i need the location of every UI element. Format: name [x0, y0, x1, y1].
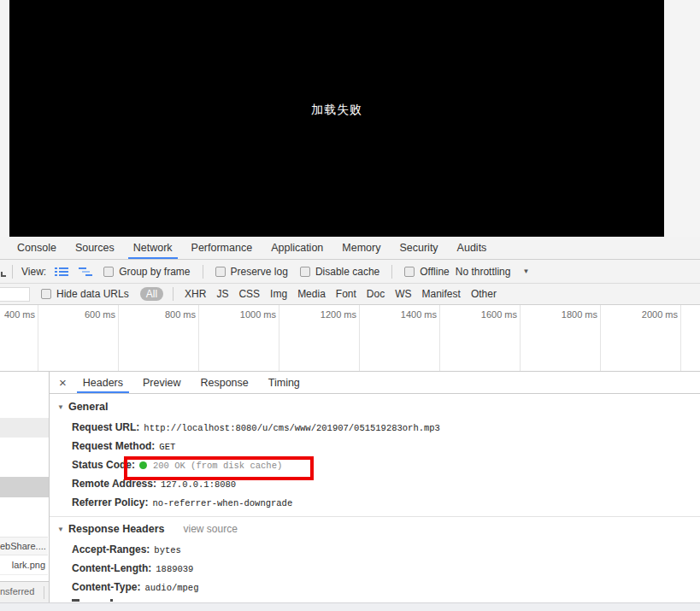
status-ok-dot: [139, 461, 147, 469]
disable-cache-checkbox[interactable]: [300, 267, 310, 277]
general-section-header[interactable]: ▼ General: [57, 401, 108, 413]
header-row-remote-address: Remote Address:127.0.0.1:8080: [72, 478, 236, 491]
timeline-gridline: [600, 305, 601, 371]
tab-preview[interactable]: Preview: [135, 372, 188, 393]
separator: [12, 265, 13, 279]
filter-all-pill[interactable]: All: [140, 287, 163, 301]
timeline-gridline: [38, 305, 38, 371]
network-summary-bar: nsferred: [0, 581, 49, 602]
divider: [50, 516, 700, 517]
detail-tabbar: × Headers Preview Response Timing: [50, 372, 700, 394]
filter-type-js[interactable]: JS: [216, 288, 228, 300]
clipped-toolbar-icon: [1, 272, 6, 277]
offline-option[interactable]: Offline: [404, 266, 449, 278]
timeline-tick: 1600 ms: [481, 309, 517, 320]
tab-performance[interactable]: Performance: [182, 237, 262, 259]
header-value: http://localhost:8080/u/cms/www/201907/0…: [144, 423, 440, 433]
tab-network[interactable]: Network: [124, 237, 182, 259]
disclosure-triangle-icon: ▼: [57, 403, 64, 411]
header-row-content-length: Content-Length:1889039: [72, 562, 193, 576]
response-headers-section-title: Response Headers: [68, 523, 165, 535]
video-error-text: 加载失败: [9, 103, 664, 118]
header-label: Accept-Ranges:: [72, 543, 150, 555]
summary-text: nsferred: [0, 582, 49, 596]
timeline-tick: 1400 ms: [401, 309, 437, 320]
header-value: bytes: [154, 545, 181, 555]
list-view-icon[interactable]: [55, 267, 68, 277]
response-headers-section-header[interactable]: ▼ Response Headers view source: [57, 523, 238, 535]
chevron-down-icon[interactable]: ▼: [522, 267, 529, 275]
throttling-select[interactable]: No throttling: [456, 266, 511, 278]
view-label: View:: [21, 266, 46, 278]
devtools-panel: Console Sources Network Performance Appl…: [0, 237, 700, 602]
header-row-request-url: Request URL:http://localhost:8080/u/cms/…: [72, 421, 440, 435]
video-player-region: 加载失败: [0, 0, 700, 237]
hide-data-urls-checkbox[interactable]: [41, 289, 51, 299]
filter-type-other[interactable]: Other: [471, 288, 497, 300]
preserve-log-label: Preserve log: [231, 266, 288, 278]
disable-cache-label: Disable cache: [315, 266, 379, 278]
view-source-link[interactable]: view source: [183, 523, 237, 535]
clipped-row-fragment: [72, 599, 79, 602]
network-toolbar: View: Group by frame Preserve log Disabl…: [0, 260, 700, 284]
disable-cache-option[interactable]: Disable cache: [300, 266, 379, 278]
timeline-gridline: [359, 305, 360, 371]
filter-type-manifest[interactable]: Manifest: [422, 288, 461, 300]
header-row-accept-ranges: Accept-Ranges:bytes: [72, 543, 181, 557]
timeline-tick: 1000 ms: [240, 309, 276, 320]
header-label: Content-Length:: [72, 562, 151, 574]
filter-type-img[interactable]: Img: [270, 288, 287, 300]
preserve-log-option[interactable]: Preserve log: [215, 266, 288, 278]
request-row[interactable]: lark.png: [0, 556, 48, 575]
group-by-frame-checkbox[interactable]: [103, 267, 114, 277]
timeline-gridline: [680, 305, 681, 371]
devtools-tabbar: Console Sources Network Performance Appl…: [0, 237, 700, 260]
filter-type-doc[interactable]: Doc: [367, 288, 385, 300]
request-row[interactable]: [0, 418, 49, 438]
separator: [391, 265, 392, 279]
timeline-tick: 800 ms: [165, 309, 196, 320]
offline-checkbox[interactable]: [404, 267, 415, 277]
tab-headers[interactable]: Headers: [75, 372, 131, 393]
group-by-frame-option[interactable]: Group by frame: [103, 266, 190, 278]
header-row-request-method: Request Method:GET: [72, 440, 175, 454]
bottom-strip: [0, 602, 700, 611]
filter-type-font[interactable]: Font: [336, 288, 356, 300]
video-surface[interactable]: 加载失败: [9, 0, 664, 237]
tab-response[interactable]: Response: [192, 372, 256, 393]
tab-security[interactable]: Security: [390, 237, 447, 259]
header-row-status-code: Status Code:200 OK (from disk cache): [72, 459, 282, 473]
screen: 加载失败 Console Sources Network Performance…: [0, 0, 700, 611]
timeline-gridline: [118, 305, 119, 371]
header-value: GET: [159, 442, 175, 452]
filter-type-xhr[interactable]: XHR: [185, 288, 206, 300]
request-list-column: ebShare.... lark.png: [0, 372, 49, 602]
tab-memory[interactable]: Memory: [332, 237, 390, 259]
hide-data-urls-label: Hide data URLs: [56, 288, 129, 300]
timeline-tick: 1200 ms: [321, 309, 356, 320]
general-section-title: General: [68, 401, 109, 413]
request-row-selected[interactable]: [0, 477, 49, 497]
header-row-content-type: Content-Type:audio/mpeg: [72, 581, 198, 595]
timeline-tick: 400 ms: [4, 309, 35, 320]
tab-audits[interactable]: Audits: [448, 237, 497, 259]
header-value: 1889039: [156, 564, 193, 574]
preserve-log-checkbox[interactable]: [215, 267, 226, 277]
offline-label: Offline: [420, 266, 449, 278]
tab-application[interactable]: Application: [262, 237, 332, 259]
filter-type-css[interactable]: CSS: [238, 288, 260, 300]
filter-input[interactable]: [0, 287, 30, 302]
tab-sources[interactable]: Sources: [66, 237, 124, 259]
filter-type-ws[interactable]: WS: [395, 288, 411, 300]
tab-timing[interactable]: Timing: [261, 372, 308, 393]
header-value: 200 OK (from disk cache): [153, 461, 282, 471]
hide-data-urls-option[interactable]: Hide data URLs: [41, 288, 129, 300]
close-icon[interactable]: ×: [59, 376, 67, 389]
header-row-referrer-policy: Referrer Policy:no-referrer-when-downgra…: [72, 496, 292, 510]
request-row[interactable]: ebShare....: [0, 537, 48, 555]
filter-type-media[interactable]: Media: [297, 288, 326, 300]
header-label: Request Method:: [72, 440, 155, 452]
group-by-frame-label: Group by frame: [119, 266, 190, 278]
tab-console[interactable]: Console: [8, 237, 66, 259]
waterfall-view-icon[interactable]: [79, 267, 92, 277]
